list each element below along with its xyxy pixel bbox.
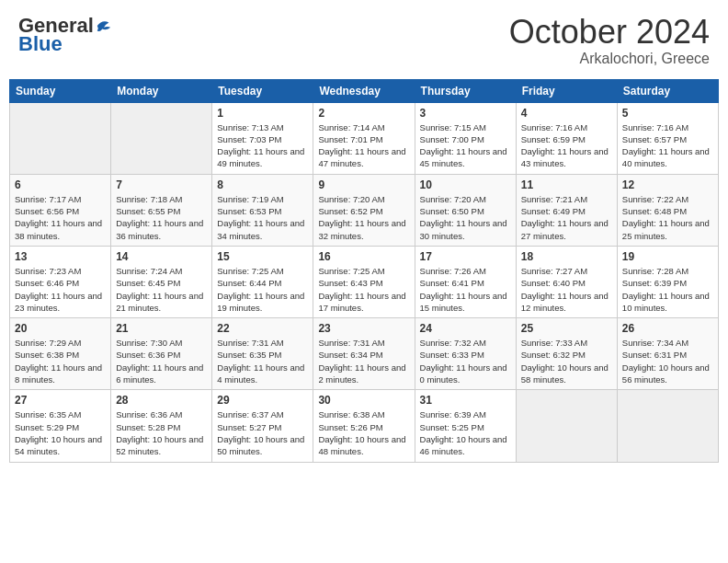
sunrise-text: Sunrise: 7:24 AM (116, 266, 182, 276)
day-info: Sunrise: 7:34 AMSunset: 6:31 PMDaylight:… (622, 337, 713, 385)
day-number: 9 (318, 178, 409, 191)
day-info: Sunrise: 7:18 AMSunset: 6:55 PMDaylight:… (116, 193, 207, 242)
day-number: 20 (15, 322, 106, 335)
calendar-week-row: 1Sunrise: 7:13 AMSunset: 7:03 PMDaylight… (10, 102, 719, 174)
sunrise-text: Sunrise: 7:14 AM (318, 122, 384, 132)
sunrise-text: Sunrise: 7:31 AM (318, 338, 384, 348)
calendar-cell: 12Sunrise: 7:22 AMSunset: 6:48 PMDayligh… (617, 174, 718, 246)
calendar-cell: 10Sunrise: 7:20 AMSunset: 6:50 PMDayligh… (415, 174, 516, 246)
daylight-label: Daylight: 11 hours and 34 minutes. (217, 218, 304, 240)
daylight-label: Daylight: 11 hours and 10 minutes. (622, 291, 710, 313)
day-info: Sunrise: 7:15 AMSunset: 7:00 PMDaylight:… (420, 121, 511, 170)
day-number: 27 (15, 394, 106, 407)
calendar-cell: 24Sunrise: 7:32 AMSunset: 6:33 PMDayligh… (415, 318, 516, 390)
day-number: 19 (622, 250, 713, 263)
sunrise-text: Sunrise: 7:15 AM (420, 122, 486, 132)
sunset-text: Sunset: 7:01 PM (318, 134, 382, 144)
daylight-label: Daylight: 11 hours and 23 minutes. (15, 291, 102, 313)
weekday-header-sunday: Sunday (10, 79, 111, 102)
sunset-text: Sunset: 6:56 PM (15, 206, 79, 216)
daylight-label: Daylight: 11 hours and 30 minutes. (420, 218, 507, 240)
day-number: 15 (217, 250, 308, 263)
daylight-label: Daylight: 11 hours and 8 minutes. (15, 362, 102, 385)
daylight-label: Daylight: 11 hours and 6 minutes. (116, 362, 203, 385)
sunrise-text: Sunrise: 7:17 AM (15, 194, 81, 204)
day-info: Sunrise: 7:21 AMSunset: 6:49 PMDaylight:… (521, 193, 612, 242)
sunset-text: Sunset: 6:35 PM (217, 350, 281, 360)
day-number: 3 (420, 107, 511, 120)
sunrise-text: Sunrise: 7:21 AM (521, 194, 587, 204)
day-info: Sunrise: 7:16 AMSunset: 6:59 PMDaylight:… (521, 121, 612, 170)
day-number: 8 (217, 178, 308, 191)
day-info: Sunrise: 7:31 AMSunset: 6:35 PMDaylight:… (217, 337, 308, 385)
sunrise-text: Sunrise: 7:31 AM (217, 338, 283, 348)
daylight-label: Daylight: 10 hours and 54 minutes. (15, 434, 102, 456)
day-number: 4 (521, 107, 612, 120)
sunset-text: Sunset: 6:32 PM (521, 350, 586, 360)
calendar-cell (111, 102, 212, 174)
daylight-label: Daylight: 11 hours and 40 minutes. (622, 146, 710, 168)
day-info: Sunrise: 7:20 AMSunset: 6:52 PMDaylight:… (318, 193, 409, 242)
daylight-label: Daylight: 11 hours and 4 minutes. (217, 362, 304, 385)
calendar-week-row: 27Sunrise: 6:35 AMSunset: 5:29 PMDayligh… (10, 390, 719, 462)
daylight-label: Daylight: 11 hours and 43 minutes. (521, 146, 609, 168)
day-number: 23 (318, 322, 409, 335)
sunset-text: Sunset: 6:34 PM (318, 350, 382, 360)
daylight-label: Daylight: 11 hours and 12 minutes. (521, 291, 609, 313)
sunset-text: Sunset: 6:48 PM (622, 206, 687, 216)
logo-blue: Blue (18, 32, 63, 56)
sunset-text: Sunset: 6:53 PM (217, 206, 281, 216)
calendar-cell: 1Sunrise: 7:13 AMSunset: 7:03 PMDaylight… (212, 102, 313, 174)
day-number: 7 (116, 178, 207, 191)
sunset-text: Sunset: 5:29 PM (15, 422, 79, 432)
calendar-cell: 8Sunrise: 7:19 AMSunset: 6:53 PMDaylight… (212, 174, 313, 246)
sunset-text: Sunset: 6:46 PM (15, 278, 79, 288)
sunrise-text: Sunrise: 6:35 AM (15, 409, 81, 419)
daylight-label: Daylight: 10 hours and 50 minutes. (217, 434, 304, 456)
sunrise-text: Sunrise: 7:30 AM (116, 338, 182, 348)
calendar-week-row: 13Sunrise: 7:23 AMSunset: 6:46 PMDayligh… (10, 246, 719, 317)
sunset-text: Sunset: 6:43 PM (318, 278, 382, 288)
day-number: 17 (420, 250, 511, 263)
sunset-text: Sunset: 5:25 PM (420, 422, 484, 432)
sunrise-text: Sunrise: 7:23 AM (15, 266, 81, 276)
weekday-header-friday: Friday (516, 79, 617, 102)
day-info: Sunrise: 7:31 AMSunset: 6:34 PMDaylight:… (318, 337, 409, 385)
day-info: Sunrise: 7:32 AMSunset: 6:33 PMDaylight:… (420, 337, 511, 385)
calendar-cell: 3Sunrise: 7:15 AMSunset: 7:00 PMDaylight… (415, 102, 516, 174)
sunset-text: Sunset: 7:00 PM (420, 134, 484, 144)
sunset-text: Sunset: 6:55 PM (116, 206, 180, 216)
day-number: 11 (521, 178, 612, 191)
daylight-label: Daylight: 10 hours and 48 minutes. (318, 434, 405, 456)
calendar-cell: 21Sunrise: 7:30 AMSunset: 6:36 PMDayligh… (111, 318, 212, 390)
daylight-label: Daylight: 11 hours and 21 minutes. (116, 291, 203, 313)
sunset-text: Sunset: 5:28 PM (116, 422, 180, 432)
day-number: 6 (15, 178, 106, 191)
day-info: Sunrise: 7:22 AMSunset: 6:48 PMDaylight:… (622, 193, 713, 242)
day-info: Sunrise: 7:24 AMSunset: 6:45 PMDaylight:… (116, 265, 207, 314)
day-info: Sunrise: 7:14 AMSunset: 7:01 PMDaylight:… (318, 121, 409, 170)
day-info: Sunrise: 7:27 AMSunset: 6:40 PMDaylight:… (521, 265, 612, 314)
daylight-label: Daylight: 11 hours and 15 minutes. (420, 291, 507, 313)
calendar-cell: 26Sunrise: 7:34 AMSunset: 6:31 PMDayligh… (617, 318, 718, 390)
day-info: Sunrise: 7:20 AMSunset: 6:50 PMDaylight:… (420, 193, 511, 242)
day-number: 14 (116, 250, 207, 263)
day-number: 21 (116, 322, 207, 335)
calendar-week-row: 6Sunrise: 7:17 AMSunset: 6:56 PMDaylight… (10, 174, 719, 246)
calendar-cell: 18Sunrise: 7:27 AMSunset: 6:40 PMDayligh… (516, 246, 617, 317)
day-info: Sunrise: 7:13 AMSunset: 7:03 PMDaylight:… (217, 121, 308, 170)
sunrise-text: Sunrise: 7:29 AM (15, 338, 81, 348)
calendar-cell (617, 390, 718, 462)
day-number: 1 (217, 107, 308, 120)
calendar-cell: 6Sunrise: 7:17 AMSunset: 6:56 PMDaylight… (10, 174, 111, 246)
day-info: Sunrise: 6:36 AMSunset: 5:28 PMDaylight:… (116, 408, 207, 457)
day-info: Sunrise: 7:25 AMSunset: 6:44 PMDaylight:… (217, 265, 308, 314)
day-info: Sunrise: 7:29 AMSunset: 6:38 PMDaylight:… (15, 337, 106, 385)
calendar-cell: 28Sunrise: 6:36 AMSunset: 5:28 PMDayligh… (111, 390, 212, 462)
daylight-label: Daylight: 11 hours and 38 minutes. (15, 218, 102, 240)
sunrise-text: Sunrise: 7:19 AM (217, 194, 283, 204)
sunrise-text: Sunrise: 7:28 AM (622, 266, 688, 276)
sunrise-text: Sunrise: 7:34 AM (622, 338, 688, 348)
calendar-cell: 9Sunrise: 7:20 AMSunset: 6:52 PMDaylight… (313, 174, 415, 246)
daylight-label: Daylight: 11 hours and 32 minutes. (318, 218, 405, 240)
